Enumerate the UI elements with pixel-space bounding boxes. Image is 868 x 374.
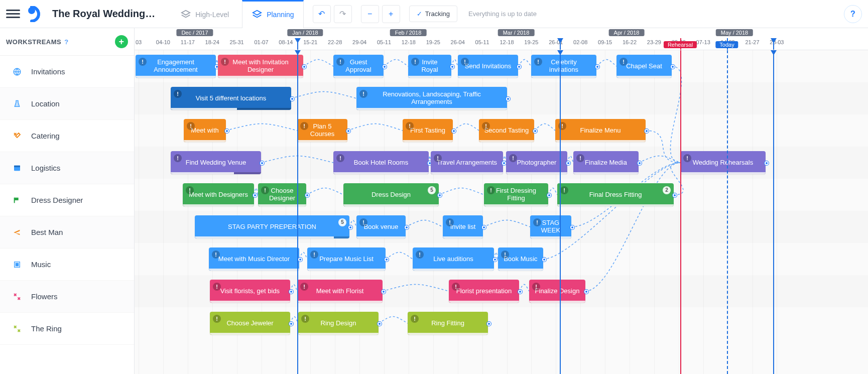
task-card[interactable]: !Book Hotel Rooms xyxy=(333,151,429,174)
task-card[interactable]: !Choose Jeweler xyxy=(210,312,290,335)
task-card[interactable]: !Send Invitations xyxy=(458,55,518,78)
task-card[interactable]: !Engagement Announcement xyxy=(136,55,216,78)
connector-dot[interactable] xyxy=(348,225,352,229)
connector-dot[interactable] xyxy=(452,129,456,133)
task-card[interactable]: !Choose Designer xyxy=(258,183,306,206)
connector-dot[interactable] xyxy=(595,65,599,69)
connector-dot[interactable] xyxy=(542,258,546,262)
connector-dot[interactable] xyxy=(533,129,537,133)
connector-dot[interactable] xyxy=(289,290,293,294)
task-card[interactable]: !Prepare Music List xyxy=(307,247,386,271)
connector-dot[interactable] xyxy=(547,193,551,197)
sidebar-item-dress[interactable]: Dress Designer xyxy=(0,184,134,216)
task-card[interactable]: !Meet with Invitation Designer xyxy=(218,55,303,78)
task-card[interactable]: !First Tasting xyxy=(403,119,453,142)
task-card[interactable]: !Meet with Music Director xyxy=(209,247,299,271)
task-card[interactable]: !Photographer xyxy=(506,151,567,174)
sidebar-item-ring[interactable]: The Ring xyxy=(0,313,134,345)
connector-dot[interactable] xyxy=(518,290,522,294)
redo-button[interactable]: ↷ xyxy=(334,5,352,23)
connector-dot[interactable] xyxy=(502,161,506,165)
task-card[interactable]: !First Dressing Fitting xyxy=(484,183,548,206)
connector-dot[interactable] xyxy=(450,65,454,69)
task-card[interactable]: !Ring Design xyxy=(298,312,379,335)
task-card[interactable]: !Finalize Design xyxy=(529,280,585,303)
task-card[interactable]: !Chapel Seat xyxy=(616,55,672,78)
connector-dot[interactable] xyxy=(405,225,409,229)
task-card[interactable]: !Live auditions xyxy=(413,247,494,271)
connector-dot[interactable] xyxy=(765,161,769,165)
connector-dot[interactable] xyxy=(260,161,264,165)
task-card[interactable]: !Book venue xyxy=(356,215,406,238)
task-card[interactable]: !STAG WEEK xyxy=(530,215,571,238)
undo-button[interactable]: ↶ xyxy=(313,5,331,23)
menu-icon[interactable] xyxy=(6,7,20,21)
connector-dot[interactable] xyxy=(305,193,309,197)
task-card[interactable]: !Find Wedding Venue xyxy=(171,151,261,174)
connector-dot[interactable] xyxy=(253,193,257,197)
connector-dot[interactable] xyxy=(566,161,570,165)
tab-planning[interactable]: Planning xyxy=(242,0,304,28)
task-card[interactable]: !2Final Dress Fitting xyxy=(557,183,674,206)
task-card[interactable]: !Finalize Menu xyxy=(555,119,646,142)
connector-dot[interactable] xyxy=(584,290,588,294)
tab-highlevel[interactable]: High-Level xyxy=(171,0,238,28)
app-logo[interactable] xyxy=(26,5,44,23)
connector-dot[interactable] xyxy=(671,65,675,69)
timeline[interactable]: Dec / 2017Jan / 2018Feb / 2018Mar / 2018… xyxy=(135,28,868,374)
task-card[interactable]: !Plan 5 Courses xyxy=(297,119,347,142)
task-card[interactable]: !Finalize Media xyxy=(573,151,639,174)
connector-dot[interactable] xyxy=(289,322,293,326)
connector-dot[interactable] xyxy=(487,322,491,326)
task-card[interactable]: !Guest Approval xyxy=(333,55,384,78)
task-card[interactable]: 5STAG PARTY PREPERATION xyxy=(195,215,349,238)
task-card[interactable]: 5Dress Design xyxy=(343,183,439,206)
task-card[interactable]: !Florist presentation xyxy=(449,280,519,303)
task-card[interactable]: !Renovations, Landscaping, Traffic Arran… xyxy=(356,87,507,110)
task-card[interactable]: !Travel Arrangements xyxy=(431,151,503,174)
connector-dot[interactable] xyxy=(638,161,642,165)
connector-dot[interactable] xyxy=(517,65,521,69)
sidebar-item-logistics[interactable]: Logistics xyxy=(0,152,134,184)
sidebar-item-location[interactable]: Location xyxy=(0,88,134,120)
task-card[interactable]: !Invite list xyxy=(443,215,483,238)
task-card[interactable]: !Second Tasting xyxy=(479,119,534,142)
connector-dot[interactable] xyxy=(382,290,386,294)
task-card[interactable]: !Invite Royal xyxy=(408,55,451,78)
connector-dot[interactable] xyxy=(346,129,350,133)
timeline-marker-rehearsal[interactable] xyxy=(680,50,681,374)
connector-dot[interactable] xyxy=(570,225,574,229)
connector-dot[interactable] xyxy=(225,129,229,133)
connector-dot[interactable] xyxy=(290,97,294,101)
connector-dot[interactable] xyxy=(302,65,306,69)
task-card[interactable]: !Meet with xyxy=(184,119,226,142)
connector-dot[interactable] xyxy=(383,65,387,69)
sidebar-item-catering[interactable]: Catering xyxy=(0,120,134,152)
sidebar-item-bestman[interactable]: Best Man xyxy=(0,216,134,248)
timeline-marker-line2[interactable] xyxy=(560,50,561,374)
timeline-marker-line1[interactable] xyxy=(297,50,298,374)
task-card[interactable]: !Celebrity invitations xyxy=(531,55,596,78)
zoom-out-button[interactable]: − xyxy=(361,5,379,23)
connector-dot[interactable] xyxy=(645,129,649,133)
connector-dot[interactable] xyxy=(385,258,389,262)
connector-dot[interactable] xyxy=(673,193,677,197)
tracking-button[interactable]: ✓ Tracking xyxy=(409,6,457,22)
sidebar-item-invitations[interactable]: Invitations xyxy=(0,56,134,88)
timeline-marker-line3[interactable] xyxy=(773,50,774,374)
connector-dot[interactable] xyxy=(378,322,382,326)
help-button[interactable]: ? xyxy=(844,5,862,23)
connector-dot[interactable] xyxy=(482,225,486,229)
zoom-in-button[interactable]: + xyxy=(382,5,400,23)
task-card[interactable]: !Meet with Florist xyxy=(297,280,383,303)
task-card[interactable]: !Ring Fitting xyxy=(408,312,488,335)
connector-dot[interactable] xyxy=(506,97,510,101)
task-card[interactable]: !Visit florists, get bids xyxy=(210,280,290,303)
task-card[interactable]: !Wedding Rehearsals xyxy=(680,151,766,174)
connector-dot[interactable] xyxy=(438,193,442,197)
task-card[interactable]: !Visit 5 different locations xyxy=(171,87,291,110)
sidebar-item-music[interactable]: Music xyxy=(0,248,134,281)
connector-dot[interactable] xyxy=(493,258,497,262)
help-icon[interactable]: ? xyxy=(64,38,68,46)
sidebar-item-flowers[interactable]: Flowers xyxy=(0,281,134,313)
